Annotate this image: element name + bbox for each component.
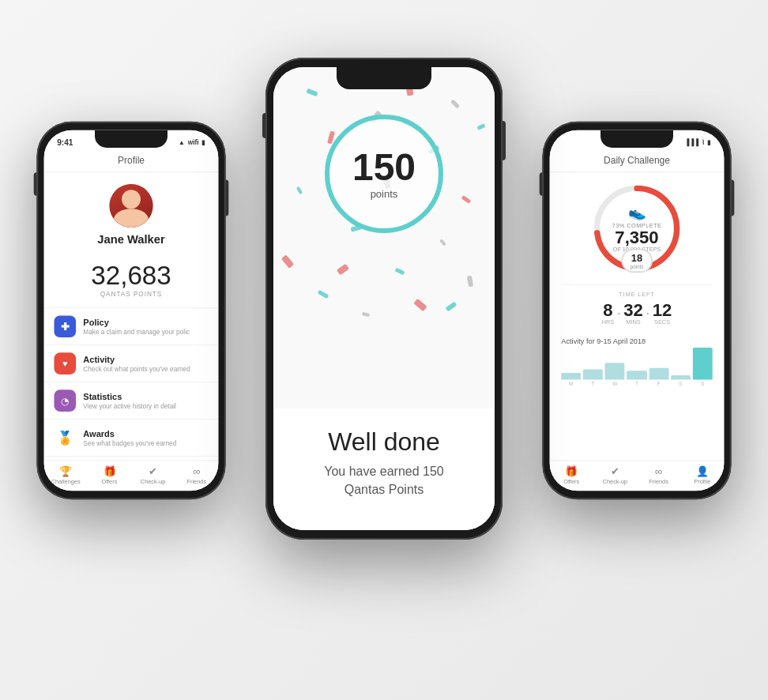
chart-day-label: T [635,381,638,386]
chart-bar [627,371,647,380]
center-phone: 150 points Well done You have earned 150… [265,58,503,540]
right-nav-checkup[interactable]: ✔ Check-up [593,465,637,485]
points-circle-area: 150 points [325,115,443,233]
chart-bar [561,373,581,380]
checkup-label: Check-up [141,479,166,485]
time-sep-2: · [646,306,649,321]
chart-day-label: T [592,381,595,386]
time-sep-1: · [617,306,621,321]
wifi-icon: wifi [188,139,199,146]
chart-bar [605,363,625,379]
steps-number: 7,350 [612,229,662,247]
signal-icon: ▲ [179,139,185,146]
chart-day-label: M [569,381,573,386]
right-phone: ▐▐▐ ⌇ ▮ Daily Challenge [542,122,731,499]
points-badge: 18 points [621,249,652,273]
center-notch [337,67,431,89]
avatar-image [109,184,152,228]
offers-label: Offers [101,479,117,485]
challenge-screen: ▐▐▐ ⌇ ▮ Daily Challenge [550,130,725,491]
ring-points-label: points [371,188,398,200]
qantas-points-display: 32,683 QANTAS POINTS [44,255,219,308]
menu-item-activity[interactable]: ♥ Activity Check out what points you've … [44,345,219,382]
chart-col-s: S [693,348,713,386]
menu-item-statistics[interactable]: ◔ Statistics View your active history in… [44,382,219,420]
activity-subtitle: Check out what points you've earned [83,365,208,372]
nav-checkup[interactable]: ✔ Check-up [131,465,175,485]
chart-bar [583,370,603,380]
nav-challenges[interactable]: 🏆 Challenges [44,465,88,485]
profile-user: Jane Walker [44,172,219,255]
challenges-icon: 🏆 [59,465,72,477]
chart-bar [693,348,713,379]
profile-title: Profile [118,155,145,166]
profile-menu-list: ✚ Policy Make a claim and manage your po… [44,308,219,460]
chart-col-w: W [605,363,625,386]
mins-unit: MINS [626,319,640,326]
right-notch [600,130,673,148]
activity-title: Activity [83,355,208,365]
time-display: 8 HRS · 32 MINS · 12 SECS [561,302,712,326]
friends-label: Friends [187,479,207,485]
checkup-icon: ✔ [149,465,157,477]
mins-number: 32 [623,302,643,319]
well-done-subtitle: You have earned 150Qantas Points [289,463,479,499]
right-profile-label: Profile [694,479,710,485]
secs-col: 12 SECS [653,302,672,326]
chart-day-label: S [679,381,682,386]
qantas-points-number: 32,683 [44,262,219,288]
right-friends-label: Friends [649,479,668,485]
user-name: Jane Walker [97,233,164,247]
profile-header: Profile [44,152,219,172]
right-nav-offers[interactable]: 🎁 Offers [550,465,593,485]
secs-unit: SECS [654,319,670,326]
chart-col-t: T [583,370,603,386]
left-time: 9:41 [57,138,73,147]
shoe-icon: 👟 [612,204,662,221]
activity-title: Activity for 9-15 April 2018 [561,337,712,345]
menu-item-policy[interactable]: ✚ Policy Make a claim and manage your po… [44,308,219,345]
right-offers-icon: 🎁 [565,465,578,477]
right-wifi-icon: ⌇ [702,139,705,146]
well-done-section: Well done You have earned 150Qantas Poin… [273,408,495,530]
points-ring: 150 points [325,115,443,233]
right-battery-icon: ▮ [707,139,711,146]
profile-screen: 9:41 ▲ wifi ▮ Profile Jane Walk [44,130,219,491]
chart-col-f: F [649,367,668,386]
awards-text: Awards See what badges you've earned [83,429,208,447]
battery-icon: ▮ [201,139,205,146]
ring-points-number: 150 [352,149,416,186]
time-left-section: TIME LEFT 8 HRS · 32 MINS · [561,284,712,332]
hours-col: 8 HRS [602,302,615,326]
chart-day-label: W [612,381,617,386]
policy-title: Policy [83,318,208,328]
chart-bar [671,375,691,379]
challenge-header: Daily Challenge [550,152,725,172]
right-nav-friends[interactable]: ∞ Friends [637,465,680,485]
offers-icon: 🎁 [104,465,116,477]
statistics-text: Statistics View your active history in d… [83,392,208,410]
awards-title: Awards [83,429,208,439]
challenge-main: 👟 73% COMPLETE 7,350 OF 10,000 STEPS 18 … [550,172,725,460]
right-nav-profile[interactable]: 👤 Profile [680,465,724,485]
awards-icon: 🏅 [54,427,76,449]
activity-icon: ♥ [54,352,76,374]
nav-offers[interactable]: 🎁 Offers [88,465,131,485]
policy-text: Policy Make a claim and manage your poli… [83,318,208,336]
statistics-subtitle: View your active history in detail [83,402,208,409]
ring-center-info: 👟 73% COMPLETE 7,350 OF 10,000 STEPS [612,204,662,254]
statistics-title: Statistics [83,392,208,402]
menu-item-awards[interactable]: 🏅 Awards See what badges you've earned [44,420,219,457]
well-done-title: Well done [289,427,479,457]
qantas-points-label: QANTAS POINTS [44,290,219,297]
hours-number: 8 [603,302,612,319]
center-phone-screen: 150 points Well done You have earned 150… [273,67,495,530]
policy-subtitle: Make a claim and manage your polic [83,329,208,336]
chart-col-m: M [561,373,581,386]
chart-day-label: F [657,381,661,386]
right-bottom-nav: 🎁 Offers ✔ Check-up ∞ Friends 👤 Profile [550,461,725,491]
badge-points-number: 18 [630,252,643,264]
nav-friends[interactable]: ∞ Friends [175,465,218,485]
right-offers-label: Offers [563,479,579,485]
left-phone-screen: 9:41 ▲ wifi ▮ Profile Jane Walk [44,130,219,491]
